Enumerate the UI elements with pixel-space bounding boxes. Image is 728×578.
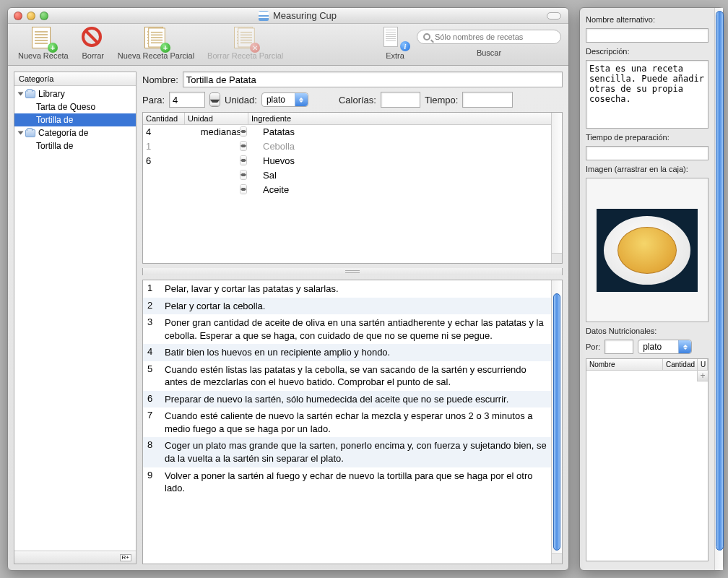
ing-col-qty[interactable]: Cantidad (143, 113, 185, 124)
servings-stepper[interactable] (209, 92, 220, 107)
sidebar-badge: R+ (120, 554, 131, 561)
unit-stepper[interactable] (240, 170, 247, 180)
steps-panel: 1Pelar, lavar y cortar las patatas y sal… (142, 280, 563, 564)
nut-col-name[interactable]: Nombre (586, 359, 663, 370)
minimize-button[interactable] (27, 12, 35, 20)
ingredients-list[interactable]: 4medianasPatatas1Cebolla6HuevosSalAceite (143, 125, 551, 263)
ingredient-row[interactable]: Sal (143, 168, 551, 183)
step-row[interactable]: 4Batir bien los huevos en un recipiente … (143, 344, 551, 361)
desc-label: Descripción: (586, 47, 708, 56)
zoom-button[interactable] (40, 12, 48, 20)
ingredient-row[interactable]: 6Huevos (143, 154, 551, 168)
calories-input[interactable] (381, 92, 420, 108)
new-partial-recipe-button[interactable]: + Nueva Receta Parcial (115, 27, 197, 60)
category-sidebar: Categoría LibraryTarta de QuesoTortilla … (14, 72, 136, 564)
step-row[interactable]: 9Volver a poner la sartén al fuego y ech… (143, 467, 551, 497)
delete-button[interactable]: Borrar (79, 27, 108, 60)
prep-input[interactable] (586, 146, 708, 160)
unit-value: plato (266, 95, 285, 105)
search-field[interactable] (417, 30, 561, 44)
ingredient-row[interactable]: 4medianasPatatas (143, 125, 551, 139)
sidebar-item-label: Tarta de Queso (36, 102, 95, 112)
sidebar-header[interactable]: Categoría (14, 72, 136, 86)
folder-icon (25, 129, 35, 137)
delete-partial-recipe-button: ✕ Borrar Receta Parcial (204, 27, 286, 60)
recipe-name-input[interactable] (183, 72, 563, 87)
para-label: Para: (142, 95, 165, 105)
unit-stepper[interactable] (240, 126, 247, 137)
prep-label: Tiempo de preparación: (586, 133, 708, 142)
search-icon (423, 33, 430, 40)
search-label: Buscar (477, 48, 501, 57)
sidebar-item[interactable]: Tortilla de (14, 113, 136, 126)
window-title: Measuring Cup (273, 10, 337, 21)
step-row[interactable]: 3Poner gran cantidad de aceite de oliva … (143, 314, 551, 344)
unit-label: Unidad: (225, 95, 257, 105)
unit-stepper[interactable] (240, 155, 247, 165)
recipe-photo (597, 209, 698, 292)
sidebar-item-label: Tortilla de (36, 141, 73, 151)
time-input[interactable] (462, 92, 513, 108)
alt-name-label: Nombre alternativo: (586, 15, 708, 24)
main-window: Measuring Cup + Nueva Receta Borrar + Nu… (7, 7, 569, 571)
step-row[interactable]: 2Pelar y cortar la cebolla. (143, 298, 551, 315)
por-input[interactable] (604, 340, 633, 354)
por-unit-value: plato (643, 342, 662, 352)
servings-input[interactable] (169, 92, 205, 108)
extra-panel: Nombre alternativo: Descripción: Tiempo … (579, 7, 724, 571)
nutrition-header: Datos Nutricionales: (586, 327, 708, 335)
nut-col-qty[interactable]: Cantidad (663, 359, 698, 370)
time-label: Tiempo: (425, 95, 458, 105)
close-button[interactable] (14, 12, 22, 20)
folder-icon (25, 90, 35, 98)
step-row[interactable]: 7Cuando esté caliente de nuevo la sartén… (143, 407, 551, 437)
sidebar-item[interactable]: Tarta de Queso (14, 100, 136, 113)
desc-textarea[interactable] (586, 60, 708, 129)
new-recipe-button[interactable]: + Nueva Receta (15, 27, 72, 60)
steps-list[interactable]: 1Pelar, lavar y cortar las patatas y sal… (143, 280, 551, 564)
sidebar-item-label: Categoría de (38, 128, 88, 138)
ing-col-unit[interactable]: Unidad (185, 113, 248, 124)
sidebar-item[interactable]: Tortilla de (14, 139, 136, 152)
ing-col-ingredient[interactable]: Ingrediente (248, 113, 562, 124)
step-row[interactable]: 6Preparar de nuevo la sartén, sólo humed… (143, 391, 551, 408)
unit-select[interactable]: plato (261, 92, 308, 107)
split-handle[interactable] (142, 268, 563, 275)
nutrition-table: Nombre Cantidad U + (586, 358, 708, 561)
unit-stepper[interactable] (240, 184, 247, 194)
unit-stepper[interactable] (240, 141, 247, 151)
sidebar-item[interactable]: Library (14, 87, 136, 100)
step-row[interactable]: 1Pelar, lavar y cortar las patatas y sal… (143, 280, 551, 298)
titlebar[interactable]: Measuring Cup (8, 8, 568, 24)
search-input[interactable] (435, 33, 555, 41)
toolbar: + Nueva Receta Borrar + Nueva Receta Par… (8, 24, 568, 66)
nut-col-unit[interactable]: U (698, 359, 708, 370)
extra-scrollbar[interactable] (714, 8, 723, 570)
steps-scrollbar[interactable] (551, 280, 562, 553)
ingredient-row[interactable]: Aceite (143, 183, 551, 197)
ingredient-row[interactable]: 1Cebolla (143, 139, 551, 154)
calories-label: Calorías: (339, 95, 376, 105)
sidebar-item-label: Library (38, 89, 65, 99)
image-dropzone[interactable] (586, 178, 708, 322)
sidebar-item-label: Tortilla de (36, 115, 73, 125)
por-unit-select[interactable]: plato (638, 340, 692, 354)
step-row[interactable]: 5Cuando estén listas las patatas y la ce… (143, 361, 551, 391)
ingredients-scrollbar[interactable] (551, 113, 562, 253)
step-row[interactable]: 8Coger un plato mas grande que la sarten… (143, 437, 551, 467)
disclosure-triangle-icon[interactable] (18, 131, 24, 135)
sidebar-item[interactable]: Categoría de (14, 126, 136, 139)
image-drop-label: Imagen (arrastrar en la caja): (586, 165, 708, 173)
disclosure-triangle-icon[interactable] (18, 92, 24, 96)
extra-button[interactable]: i Extra (381, 27, 410, 60)
app-icon (259, 11, 269, 21)
ingredients-panel: Cantidad Unidad Ingrediente 4medianasPat… (142, 112, 563, 264)
category-tree[interactable]: LibraryTarta de QuesoTortilla deCategorí… (14, 86, 136, 551)
nutrition-add-button[interactable]: + (697, 371, 708, 381)
por-label: Por: (586, 342, 600, 351)
name-label: Nombre: (142, 74, 178, 85)
toolbar-toggle[interactable] (547, 12, 561, 20)
alt-name-input[interactable] (586, 28, 708, 43)
